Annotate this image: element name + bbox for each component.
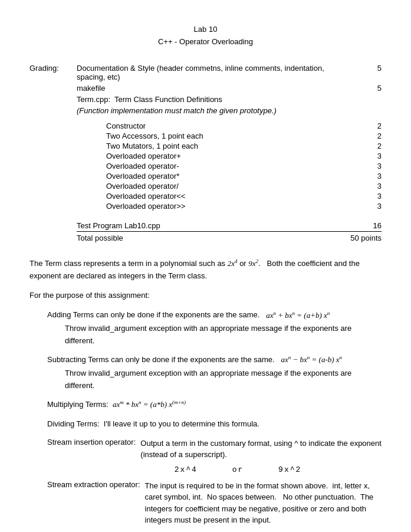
- total-label: Total possible: [77, 231, 346, 244]
- math-term2: 9x2: [248, 259, 258, 268]
- page-header: Lab 10 C++ - Operator Overloading: [29, 24, 382, 48]
- grading-row-3: Term.cpp: Term Class Function Definition…: [29, 94, 382, 105]
- grading-row-2: makefile 5: [29, 83, 382, 94]
- multiply-formula: axm * bxn = (a*b) x(m+n): [113, 400, 186, 409]
- subitem-points: 2: [346, 131, 382, 141]
- stream-insertion-block: Stream insertion operator: Output a term…: [29, 438, 382, 474]
- subitems-table: Constructor 2 Two Accessors, 1 point eac…: [29, 121, 382, 211]
- subtracting-formula: axn − bxn = (a-b) xn: [281, 355, 343, 364]
- multiplying-block: Multiplying Terms: axm * bxn = (a*b) x(m…: [29, 398, 382, 411]
- dividing-block: Dividing Terms: I'll leave it up to you …: [29, 418, 382, 431]
- grading-desc-4: (Function implementation must match the …: [77, 105, 346, 116]
- stream-ins-table: Stream insertion operator: Output a term…: [47, 438, 382, 461]
- test-program-row: Test Program Lab10.cpp 16: [29, 220, 382, 232]
- dividing-text: Dividing Terms: I'll leave it up to you …: [47, 418, 382, 431]
- stream-ext-label: Stream extraction operator:: [47, 480, 145, 526]
- subitem-row: Constructor 2: [29, 121, 382, 131]
- subitem-label: Overloaded operator>>: [77, 201, 346, 211]
- subitem-points: 3: [346, 201, 382, 211]
- body-para1: The Term class represents a term in a po…: [29, 257, 382, 283]
- adding-text: Adding Terms can only be done if the exp…: [47, 308, 382, 321]
- subitem-row: Overloaded operator>> 3: [29, 201, 382, 211]
- math-term1: 2x4: [228, 259, 238, 268]
- total-row: Total possible 50 points: [29, 231, 382, 244]
- multiplying-text: Multiplying Terms: axm * bxn = (a*b) x(m…: [47, 398, 382, 411]
- stream-ext-table: Stream extraction operator: The input is…: [47, 480, 382, 526]
- grading-desc-2: makefile: [77, 83, 346, 94]
- grading-points-1: 5: [346, 63, 382, 83]
- subitem-label: Overloaded operator/: [77, 181, 346, 191]
- stream-extraction-block: Stream extraction operator: The input is…: [29, 480, 382, 526]
- subitem-points: 2: [346, 141, 382, 151]
- subitem-label: Overloaded operator<<: [77, 191, 346, 201]
- test-total-table: Test Program Lab10.cpp 16 Total possible…: [29, 220, 382, 244]
- header-line1: Lab 10: [29, 24, 382, 36]
- subtracting-throw: Throw invalid_argument exception with an…: [47, 367, 382, 392]
- adding-throw: Throw invalid_argument exception with an…: [47, 323, 382, 347]
- stream-ext-row: Stream extraction operator: The input is…: [47, 480, 382, 526]
- total-points: 50 points: [346, 231, 382, 244]
- subitem-row: Two Accessors, 1 point each 2: [29, 131, 382, 141]
- subitem-label: Overloaded operator+: [77, 151, 346, 161]
- formula-display: 2x^4 or 9x^2: [94, 465, 382, 474]
- grading-points-2: 5: [346, 83, 382, 94]
- grading-row-4: (Function implementation must match the …: [29, 105, 382, 116]
- subitem-points: 3: [346, 171, 382, 181]
- test-program-label: Test Program Lab10.cpp: [77, 220, 346, 232]
- subitem-row: Overloaded operator+ 3: [29, 151, 382, 161]
- stream-ins-row: Stream insertion operator: Output a term…: [47, 438, 382, 461]
- grading-table: Grading: Documentation & Style (header c…: [29, 63, 382, 116]
- stream-ins-desc: Output a term in the customary format, u…: [140, 438, 382, 461]
- subitem-points: 3: [346, 191, 382, 201]
- grading-label: Grading:: [29, 63, 77, 83]
- subtracting-block: Subtracting Terms can only be done if th…: [29, 353, 382, 392]
- subitem-points: 3: [346, 151, 382, 161]
- stream-ext-desc: The input is required to be in the forma…: [145, 480, 382, 526]
- subitem-row: Overloaded operator<< 3: [29, 191, 382, 201]
- subitem-label: Two Accessors, 1 point each: [77, 131, 346, 141]
- subitem-row: Overloaded operator* 3: [29, 171, 382, 181]
- subitem-label: Constructor: [77, 121, 346, 131]
- stream-ins-label: Stream insertion operator:: [47, 438, 140, 461]
- grading-desc-3: Term.cpp: Term Class Function Definition…: [77, 94, 346, 105]
- subtracting-text: Subtracting Terms can only be done if th…: [47, 353, 382, 366]
- grading-row-1: Grading: Documentation & Style (header c…: [29, 63, 382, 83]
- subitem-row: Overloaded operator- 3: [29, 161, 382, 171]
- grading-desc-1: Documentation & Style (header commetns, …: [77, 63, 346, 83]
- adding-block: Adding Terms can only be done if the exp…: [29, 308, 382, 347]
- body-para2: For the purpose of this assignment:: [29, 290, 382, 302]
- subitem-points: 3: [346, 161, 382, 171]
- test-program-points: 16: [346, 220, 382, 232]
- subitem-points: 3: [346, 181, 382, 191]
- adding-formula: axn + bxn = (a+b) xn: [266, 311, 330, 320]
- subitem-label: Overloaded operator*: [77, 171, 346, 181]
- subitem-label: Two Mutators, 1 point each: [77, 141, 346, 151]
- subitem-points: 2: [346, 121, 382, 131]
- subitem-row: Two Mutators, 1 point each 2: [29, 141, 382, 151]
- header-line2: C++ - Operator Overloading: [29, 36, 382, 48]
- subitem-row: Overloaded operator/ 3: [29, 181, 382, 191]
- subitem-label: Overloaded operator-: [77, 161, 346, 171]
